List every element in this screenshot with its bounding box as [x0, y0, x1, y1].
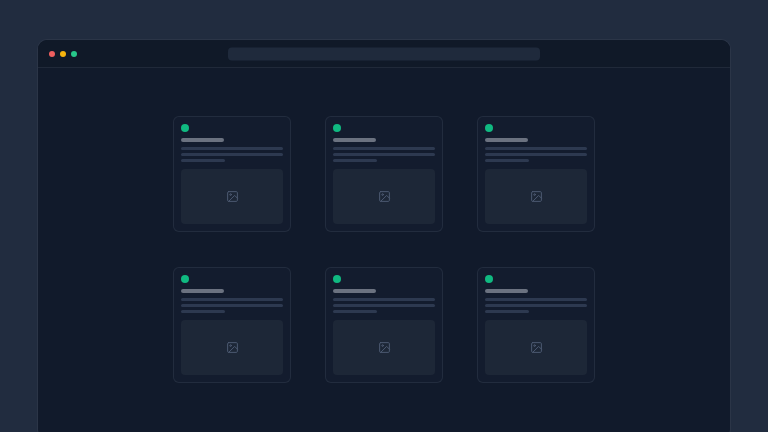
status-dot [485, 275, 493, 283]
skeleton-title-line [181, 138, 224, 142]
traffic-light-zoom-button[interactable] [71, 51, 77, 57]
skeleton-line [333, 159, 377, 162]
skeleton-line [485, 304, 587, 307]
image-placeholder [181, 169, 283, 224]
image-icon [378, 190, 391, 203]
image-icon [530, 341, 543, 354]
skeleton-line [333, 298, 435, 301]
traffic-light-close-button[interactable] [49, 51, 55, 57]
skeleton-line [333, 147, 435, 150]
status-dot [181, 275, 189, 283]
browser-window [37, 39, 731, 432]
card[interactable] [325, 116, 443, 232]
status-dot [333, 124, 341, 132]
status-dot [333, 275, 341, 283]
traffic-lights [49, 51, 77, 57]
skeleton-title-line [181, 289, 224, 293]
skeleton-title-line [485, 138, 528, 142]
status-dot [485, 124, 493, 132]
address-bar-input[interactable] [228, 47, 540, 60]
window-content [38, 68, 730, 383]
skeleton-line [333, 153, 435, 156]
image-icon [226, 190, 239, 203]
skeleton-line [181, 147, 283, 150]
card-grid [173, 116, 595, 383]
image-icon [530, 190, 543, 203]
skeleton-line [181, 304, 283, 307]
skeleton-line [181, 159, 225, 162]
image-icon [378, 341, 391, 354]
image-placeholder [181, 320, 283, 375]
skeleton-line [485, 298, 587, 301]
skeleton-line [485, 159, 529, 162]
window-titlebar [38, 40, 730, 68]
skeleton-line [181, 153, 283, 156]
skeleton-line [485, 310, 529, 313]
image-placeholder [485, 320, 587, 375]
skeleton-line [181, 298, 283, 301]
skeleton-title-line [333, 289, 376, 293]
status-dot [181, 124, 189, 132]
traffic-light-minimize-button[interactable] [60, 51, 66, 57]
page-background: { "colors": { "page_bg": "#212c3f", "win… [0, 0, 768, 432]
card[interactable] [325, 267, 443, 383]
image-placeholder [485, 169, 587, 224]
skeleton-line [333, 304, 435, 307]
skeleton-line [333, 310, 377, 313]
skeleton-line [485, 147, 587, 150]
image-icon [226, 341, 239, 354]
skeleton-title-line [333, 138, 376, 142]
card[interactable] [173, 267, 291, 383]
card[interactable] [477, 116, 595, 232]
image-placeholder [333, 169, 435, 224]
card[interactable] [477, 267, 595, 383]
skeleton-line [485, 153, 587, 156]
skeleton-line [181, 310, 225, 313]
card[interactable] [173, 116, 291, 232]
skeleton-title-line [485, 289, 528, 293]
image-placeholder [333, 320, 435, 375]
